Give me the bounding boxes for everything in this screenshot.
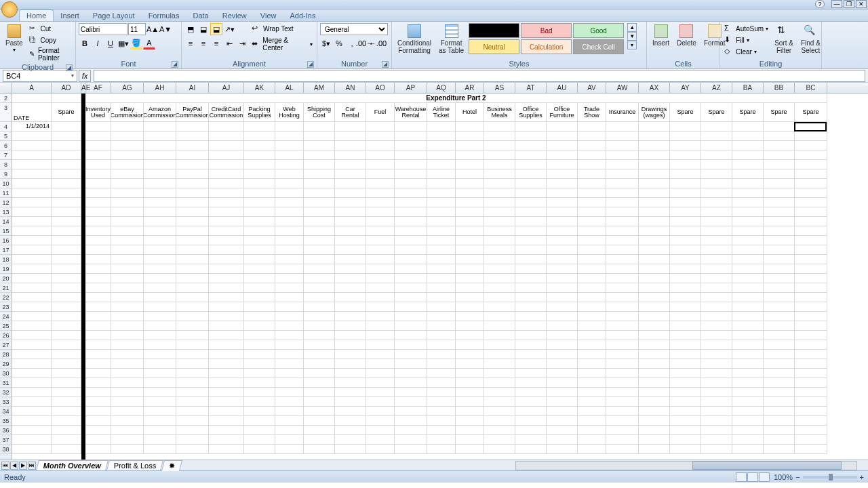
data-cell[interactable] — [456, 245, 484, 255]
data-cell[interactable] — [209, 141, 244, 150]
data-cell[interactable] — [427, 293, 456, 302]
data-cell[interactable] — [795, 321, 827, 331]
data-cell[interactable] — [366, 293, 395, 302]
data-cell[interactable] — [484, 350, 515, 359]
data-cell[interactable] — [795, 388, 827, 397]
data-cell[interactable] — [484, 236, 515, 245]
data-cell[interactable] — [701, 312, 732, 321]
data-cell[interactable] — [606, 350, 639, 359]
data-cell[interactable] — [275, 331, 304, 340]
data-cell[interactable] — [670, 255, 701, 264]
data-cell[interactable] — [275, 426, 304, 435]
data-cell[interactable] — [395, 359, 427, 369]
data-cell[interactable] — [484, 255, 515, 264]
data-cell[interactable] — [85, 407, 111, 416]
data-cell[interactable] — [456, 131, 484, 141]
data-cell[interactable] — [764, 359, 795, 369]
data-cell[interactable] — [366, 188, 395, 198]
data-cell[interactable] — [764, 302, 795, 312]
data-cell[interactable] — [427, 435, 456, 445]
data-cell[interactable] — [795, 426, 827, 435]
data-cell[interactable] — [670, 264, 701, 274]
data-cell[interactable] — [639, 150, 670, 160]
data-cell[interactable] — [515, 407, 547, 416]
data-cell[interactable] — [275, 198, 304, 207]
data-cell[interactable] — [395, 236, 427, 245]
tab-home[interactable]: Home — [19, 9, 54, 21]
data-cell[interactable] — [176, 226, 209, 236]
data-cell[interactable] — [670, 217, 701, 226]
data-cell[interactable] — [456, 150, 484, 160]
align-right-button[interactable]: ≡ — [210, 37, 222, 49]
data-cell[interactable] — [52, 236, 81, 245]
data-cell[interactable] — [764, 236, 795, 245]
data-cell[interactable] — [484, 293, 515, 302]
data-cell[interactable] — [111, 426, 144, 435]
data-cell[interactable] — [176, 131, 209, 141]
style-cell[interactable]: Check Cell — [573, 39, 624, 54]
data-cell[interactable] — [366, 321, 395, 331]
column-header[interactable]: A — [12, 83, 52, 93]
data-cell[interactable] — [366, 207, 395, 217]
data-cell[interactable] — [795, 198, 827, 207]
data-cell[interactable] — [209, 264, 244, 274]
data-cell[interactable] — [484, 274, 515, 283]
data-cell[interactable] — [244, 283, 275, 293]
data-cell[interactable] — [427, 217, 456, 226]
data-cell[interactable] — [244, 131, 275, 141]
data-cell[interactable] — [275, 407, 304, 416]
data-cell[interactable] — [578, 150, 606, 160]
data-cell[interactable] — [701, 236, 732, 245]
data-cell[interactable] — [52, 207, 81, 217]
data-cell[interactable] — [578, 207, 606, 217]
data-cell[interactable] — [144, 293, 176, 302]
column-header[interactable]: BB — [764, 83, 795, 93]
data-cell[interactable] — [176, 122, 209, 131]
data-cell[interactable] — [144, 160, 176, 169]
data-cell[interactable] — [639, 283, 670, 293]
data-cell[interactable] — [395, 188, 427, 198]
data-cell[interactable] — [209, 293, 244, 302]
data-cell[interactable] — [456, 397, 484, 407]
column-header[interactable]: AO — [366, 83, 395, 93]
formula-input[interactable] — [94, 70, 865, 82]
data-cell[interactable] — [427, 141, 456, 150]
merge-center-button[interactable]: ⬌Merge & Center▾ — [250, 36, 314, 52]
data-cell[interactable] — [304, 350, 335, 359]
tab-insert[interactable]: Insert — [54, 10, 86, 21]
data-cell[interactable] — [304, 131, 335, 141]
data-cell[interactable] — [209, 245, 244, 255]
data-cell[interactable] — [335, 397, 366, 407]
data-cell[interactable] — [795, 293, 827, 302]
data-cell[interactable] — [395, 217, 427, 226]
row-header[interactable]: 28 — [0, 350, 12, 359]
data-cell[interactable] — [670, 226, 701, 236]
data-cell[interactable] — [547, 435, 578, 445]
data-cell[interactable] — [639, 435, 670, 445]
data-cell[interactable] — [732, 378, 764, 388]
data-cell[interactable] — [427, 331, 456, 340]
paste-button[interactable]: Paste ▾ — [3, 23, 26, 54]
column-header[interactable]: AD — [52, 83, 81, 93]
data-cell[interactable] — [12, 378, 52, 388]
data-cell[interactable] — [456, 407, 484, 416]
data-cell[interactable] — [515, 150, 547, 160]
data-cell[interactable] — [606, 359, 639, 369]
italic-button[interactable]: I — [92, 37, 104, 49]
data-cell[interactable] — [701, 293, 732, 302]
data-cell[interactable] — [484, 416, 515, 426]
data-cell[interactable] — [670, 293, 701, 302]
data-cell[interactable] — [335, 122, 366, 131]
data-cell[interactable] — [547, 255, 578, 264]
data-cell[interactable] — [335, 435, 366, 445]
data-cell[interactable] — [732, 150, 764, 160]
data-cell[interactable] — [606, 302, 639, 312]
data-cell[interactable] — [795, 331, 827, 340]
data-cell[interactable] — [639, 378, 670, 388]
data-cell[interactable] — [578, 435, 606, 445]
data-cell[interactable] — [176, 388, 209, 397]
data-cell[interactable] — [515, 245, 547, 255]
data-cell[interactable] — [52, 426, 81, 435]
data-cell[interactable] — [547, 350, 578, 359]
data-cell[interactable] — [335, 169, 366, 179]
